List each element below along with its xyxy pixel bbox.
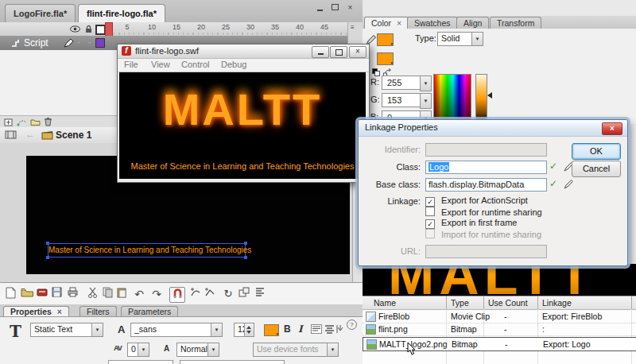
close-icon[interactable]: × xyxy=(349,46,366,58)
checkbox-icon[interactable]: ✓ xyxy=(425,197,435,207)
layer-outline-color-swatch[interactable] xyxy=(95,38,105,48)
chevron-down-icon[interactable]: ▼ xyxy=(471,33,483,45)
align-icon[interactable] xyxy=(253,287,267,301)
font-family-select[interactable]: _sans ▼ xyxy=(130,323,223,337)
frame-ruler[interactable]: 5 10 15 20 25 30 35 40 45 xyxy=(105,22,351,36)
validate-check-icon[interactable]: ✓ xyxy=(549,178,557,189)
visibility-dot-icon[interactable]: · xyxy=(77,37,80,47)
red-value-field[interactable]: 255 xyxy=(382,76,425,90)
font-size-stepper[interactable]: 12 xyxy=(234,323,254,337)
green-value-field[interactable]: 153 xyxy=(382,93,425,107)
show-hide-eye-icon[interactable] xyxy=(70,25,80,35)
italic-button[interactable]: I xyxy=(298,323,303,335)
smooth-icon[interactable] xyxy=(188,287,202,301)
align-center-icon[interactable] xyxy=(324,324,335,335)
column-type[interactable]: Type xyxy=(451,298,469,308)
text-color-swatch[interactable]: ▾ xyxy=(264,324,279,336)
dialog-titlebar[interactable]: Linkage Properties × xyxy=(359,120,627,137)
delete-layer-trash-icon[interactable] xyxy=(44,117,52,128)
back-arrow-icon[interactable]: ← xyxy=(25,129,35,140)
undo-icon[interactable]: ↶ xyxy=(132,287,146,301)
close-icon[interactable]: × xyxy=(602,122,622,135)
stroke-color-swatch[interactable]: ▾ xyxy=(377,33,394,46)
lock-dot-icon[interactable]: · xyxy=(88,37,91,47)
tab-properties[interactable]: Properties × xyxy=(3,306,69,317)
base-class-field[interactable]: flash.display.BitmapData xyxy=(425,178,547,192)
save-icon[interactable] xyxy=(49,287,64,301)
library-item-fireblob[interactable]: FireBlob Movie Clip - Export: FireBlob xyxy=(363,310,636,323)
help-icon[interactable]: ? xyxy=(347,319,357,330)
minimize-icon[interactable] xyxy=(315,4,325,13)
tab-flint-fire-logo-fla[interactable]: flint-fire-logo.fla* xyxy=(78,4,165,22)
timeline-toggle-icon[interactable] xyxy=(5,130,17,141)
spinner-arrows-icon[interactable] xyxy=(244,323,254,336)
ok-button[interactable]: OK xyxy=(572,143,621,160)
bold-button[interactable]: B xyxy=(284,323,291,335)
fill-color-swatch[interactable]: ▾ xyxy=(377,52,394,65)
brightness-slider[interactable] xyxy=(475,74,487,120)
tab-transform[interactable]: Transform xyxy=(490,17,541,29)
clipped-input-field[interactable] xyxy=(108,360,173,364)
tab-align[interactable]: Align xyxy=(456,17,489,29)
scene-label[interactable]: Scene 1 xyxy=(56,130,91,141)
new-document-icon[interactable] xyxy=(3,287,17,301)
linkage-properties-dialog[interactable]: Linkage Properties × Identifier: OK Clas… xyxy=(358,119,628,266)
tab-logofire-fla[interactable]: LogoFire.fla* xyxy=(5,4,76,22)
chevron-down-icon[interactable]: ▼ xyxy=(327,343,338,356)
class-field[interactable]: Logo xyxy=(425,161,547,174)
chevron-down-icon[interactable]: ▼ xyxy=(138,343,149,356)
menu-file[interactable]: File xyxy=(124,60,138,69)
close-icon[interactable]: × xyxy=(345,4,355,13)
timeline-menu-icon[interactable]: ≡ xyxy=(351,24,355,31)
print-icon[interactable] xyxy=(65,287,80,301)
library-item-flint-png[interactable]: flint.png Bitmap - : xyxy=(363,323,636,336)
slider-arrow-icon[interactable] xyxy=(487,92,492,99)
tab-color[interactable]: Color × xyxy=(364,17,409,29)
chevron-down-icon[interactable]: ▼ xyxy=(211,323,222,336)
device-fonts-select[interactable]: Use device fonts ▼ xyxy=(253,343,339,357)
paste-icon[interactable] xyxy=(114,287,129,301)
redo-icon[interactable]: ↷ xyxy=(149,287,164,301)
bridge-icon[interactable] xyxy=(35,287,49,301)
swf-titlebar[interactable]: f flint-fire-logo.swf × xyxy=(118,45,369,59)
close-icon[interactable]: × xyxy=(57,307,62,316)
chevron-down-icon[interactable]: ▼ xyxy=(420,93,432,109)
snap-magnet-icon[interactable] xyxy=(169,287,185,303)
scale-icon[interactable] xyxy=(237,287,251,301)
chevron-down-icon[interactable]: ▼ xyxy=(420,76,432,91)
checkbox-export-for-runtime-sharing[interactable]: Export for runtime sharing xyxy=(425,207,542,217)
maximize-icon[interactable] xyxy=(330,46,347,58)
validate-check-icon[interactable]: ✓ xyxy=(549,161,557,172)
column-name[interactable]: Name xyxy=(374,298,396,308)
open-folder-icon[interactable] xyxy=(20,287,34,301)
straighten-icon[interactable] xyxy=(202,287,216,301)
checkbox-icon[interactable]: ✓ xyxy=(425,219,435,229)
restore-icon[interactable] xyxy=(330,4,340,13)
character-position-select[interactable]: Normal ▼ xyxy=(176,343,219,357)
tab-swatches[interactable]: Swatches xyxy=(407,17,458,29)
text-type-select[interactable]: Static Text ▼ xyxy=(30,323,103,337)
edit-base-class-pencil-icon[interactable] xyxy=(564,179,574,191)
cut-scissors-icon[interactable] xyxy=(85,287,99,301)
layer-folder-icon[interactable] xyxy=(30,118,41,127)
cancel-button[interactable]: Cancel xyxy=(572,161,621,177)
menu-control[interactable]: Control xyxy=(181,60,209,69)
edit-format-icon[interactable] xyxy=(311,324,322,335)
checkbox-export-for-actionscript[interactable]: ✓ Export for ActionScript xyxy=(425,196,528,206)
column-linkage[interactable]: Linkage xyxy=(542,298,572,308)
menu-debug[interactable]: Debug xyxy=(221,60,246,69)
color-spectrum-picker[interactable] xyxy=(433,74,471,120)
chevron-down-icon[interactable]: ▼ xyxy=(91,323,103,336)
column-use-count[interactable]: Use Count xyxy=(488,298,528,308)
fill-type-select[interactable]: Solid ▼ xyxy=(437,32,483,46)
menu-view[interactable]: View xyxy=(151,60,170,69)
checkbox-export-in-first-frame[interactable]: ✓ Export in first frame xyxy=(425,218,517,228)
selected-text-field[interactable]: Master of Science in Learning and Teachi… xyxy=(48,243,246,258)
text-orientation-icon[interactable] xyxy=(335,324,343,335)
copy-icon[interactable] xyxy=(100,287,114,301)
letter-spacing-stepper[interactable]: 0 ▼ xyxy=(127,343,149,357)
library-item-maltt-logo-png[interactable]: MALTT_logo2.png Bitmap - Export: Logo xyxy=(363,337,636,351)
chevron-down-icon[interactable]: ▼ xyxy=(207,343,219,356)
rotate-icon[interactable]: ↻ xyxy=(221,287,235,301)
minimize-icon[interactable] xyxy=(312,46,329,58)
